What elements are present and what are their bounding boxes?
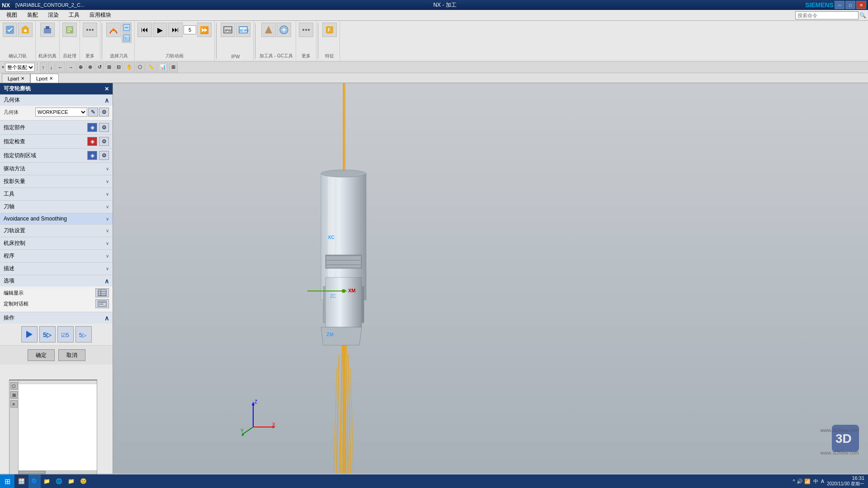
section-specify-part[interactable]: 指定部件 ◈ ⚙ [0, 121, 113, 135]
menu-item-assembly[interactable]: 装配 [23, 10, 42, 20]
filter-check-icon[interactable] [3, 23, 17, 37]
tb3-analysis[interactable]: 📊 [157, 62, 168, 72]
options-header[interactable]: 选项 ∧ [0, 275, 113, 286]
viewport[interactable]: XC XM ZC ZM Z X [113, 83, 868, 474]
specify-check-icon2[interactable]: ⚙ [99, 137, 109, 146]
op-run5-button[interactable]: 5▷ [39, 326, 56, 343]
lang-icon[interactable]: 中 [813, 478, 818, 485]
taskbar-app-5[interactable]: 📁 [65, 474, 77, 488]
geometry-header[interactable]: 几何体 ∧ [0, 94, 113, 106]
section-drive-method[interactable]: 驱动方法 ∨ [0, 163, 113, 175]
gc-tool-icon1[interactable] [261, 23, 276, 37]
menu-item-view[interactable]: 视图 [2, 10, 22, 20]
section-projection-vector[interactable]: 投影矢量 ∨ [0, 175, 113, 188]
taskbar-app-6[interactable]: 😊 [77, 474, 90, 488]
play-button[interactable]: ▶ [153, 23, 167, 37]
section-path-settings[interactable]: 刀轨设置 ∨ [0, 225, 113, 237]
geometry-select[interactable]: WORKPIECE [35, 108, 87, 117]
tool-chevron: ∨ [106, 192, 109, 197]
custom-dialog-icon[interactable] [95, 299, 109, 308]
taskbar-app-4[interactable]: 🌐 [53, 474, 65, 488]
machine-sim-icon[interactable] [40, 23, 55, 37]
show-ipw-icon[interactable]: IPW [221, 23, 235, 37]
tb3-measure[interactable]: 📏 [146, 62, 156, 72]
section-specify-cut[interactable]: 指定切削区域 ◈ ⚙ [0, 149, 113, 163]
tb3-move-up[interactable]: ↑ [40, 62, 47, 72]
tb3-fit[interactable]: ⊟ [114, 62, 123, 72]
tb3-zoom[interactable]: ⊞ [105, 62, 113, 72]
specify-cut-icon1[interactable]: ◈ [87, 151, 97, 160]
features-icon[interactable]: F [322, 23, 337, 37]
tb3-select-none[interactable]: ⊗ [86, 62, 94, 72]
tab-lpart[interactable]: Lpart ✕ [2, 74, 30, 83]
start-button[interactable]: ⊞ [0, 474, 14, 488]
search-icon[interactable]: 🔍 [859, 12, 866, 19]
side-icon-2[interactable]: ⊞ [10, 391, 18, 399]
tab-lport-close[interactable]: ✕ [49, 76, 53, 81]
minimize-button[interactable]: ─ [835, 1, 844, 9]
section-tool[interactable]: 工具 ∨ [0, 188, 113, 201]
tb3-move-down[interactable]: ↓ [48, 62, 55, 72]
toolpath-sm-icon1[interactable] [122, 23, 132, 33]
geometry-settings-icon[interactable]: ⚙ [99, 108, 109, 117]
operations-header[interactable]: 操作 ∧ [0, 312, 113, 324]
side-icon-1[interactable]: ⬡ [10, 382, 18, 389]
siemens-logo: SIEMENS [805, 1, 834, 9]
op-run-button[interactable] [21, 326, 38, 343]
close-button[interactable]: ✕ [856, 1, 866, 9]
menu-item-apps[interactable]: 应用模块 [85, 10, 116, 20]
specify-cut-icon2[interactable]: ⚙ [99, 151, 109, 160]
section-tool-axis[interactable]: 刀轴 ∨ [0, 201, 113, 213]
post-process-icon[interactable] [62, 23, 77, 37]
assembly-select[interactable]: 整个装配 [5, 63, 35, 72]
op-replay-button[interactable]: 5▷ [75, 326, 92, 343]
cancel-button[interactable]: 取消 [58, 349, 85, 361]
step-button[interactable]: ⏩ [197, 23, 212, 37]
confirm-path-icon[interactable] [18, 23, 33, 37]
section-machine-control[interactable]: 机床控制 ∨ [0, 237, 113, 250]
taskbar-app-1[interactable]: 🪟 [14, 474, 28, 488]
op-step-button[interactable]: ☑5 [57, 326, 74, 343]
specify-part-icon1[interactable]: ◈ [87, 123, 97, 132]
tab-lport[interactable]: Lport ✕ [30, 74, 59, 83]
tb3-move-left[interactable]: ← [56, 62, 65, 72]
taskbar-app-3[interactable]: 📁 [41, 474, 53, 488]
tb3-pan[interactable]: ✋ [124, 62, 135, 72]
geometry-edit-icon[interactable]: ✎ [88, 108, 98, 117]
section-program[interactable]: 程序 ∨ [0, 250, 113, 263]
menu-item-render[interactable]: 渲染 [43, 10, 63, 20]
maximize-button[interactable]: □ [845, 1, 855, 9]
show-3d-ipw-icon[interactable]: 3D IPW [236, 23, 250, 37]
taskbar-app-2[interactable]: 🔵 [28, 474, 41, 488]
more-icon-2[interactable] [299, 23, 313, 37]
tb3-move-right[interactable]: → [66, 62, 75, 72]
svg-rect-60 [326, 277, 362, 327]
edit-display-icon[interactable] [95, 288, 109, 297]
playback-counter[interactable] [184, 25, 196, 34]
next-button[interactable]: ⏭ [168, 23, 183, 37]
section-specify-check[interactable]: 指定检查 ◈ ⚙ [0, 135, 113, 149]
h-scrollbar[interactable] [19, 470, 97, 474]
section-description[interactable]: 描述 ∨ [0, 263, 113, 275]
side-icon-3[interactable]: ≡ [10, 400, 18, 408]
ok-button[interactable]: 确定 [28, 349, 55, 361]
gc-tool-icon2[interactable] [277, 23, 291, 37]
section-avoidance[interactable]: Avoidance and Smoothing ∨ [0, 213, 113, 225]
specify-part-icon2[interactable]: ⚙ [99, 123, 109, 132]
toolpath-icon[interactable] [106, 23, 121, 37]
h-scrollbar-thumb[interactable] [19, 471, 46, 474]
tab-lpart-close[interactable]: ✕ [21, 76, 24, 81]
tb3-select-all[interactable]: ⊕ [76, 62, 85, 72]
more-icon-1[interactable] [83, 23, 97, 37]
toolpath-sm-icon2[interactable]: 5◇ [122, 33, 132, 43]
menu-item-tools[interactable]: 工具 [64, 10, 84, 20]
input-mode[interactable]: A [821, 479, 824, 484]
tb3-rotate[interactable]: ↺ [95, 62, 104, 72]
prev-button[interactable]: ⏮ [137, 23, 152, 37]
panel-close-icon[interactable]: ✕ [104, 86, 109, 92]
specify-check-icon1[interactable]: ◈ [87, 137, 97, 146]
search-input[interactable] [795, 11, 859, 19]
tb3-section[interactable]: ⬡ [136, 62, 145, 72]
clock: 16:31 2020/11/30 星期一 [827, 475, 864, 487]
tb3-view-more[interactable]: ⊞ [169, 62, 178, 72]
